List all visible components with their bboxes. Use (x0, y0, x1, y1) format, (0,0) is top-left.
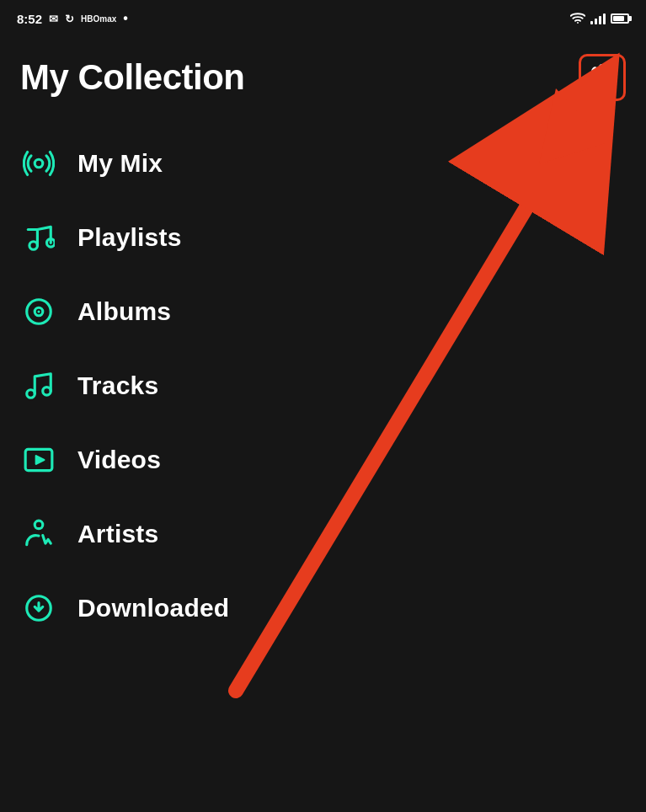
battery-icon (611, 13, 629, 24)
tracks-label: Tracks (77, 371, 158, 400)
menu-list: My Mix Playlists Albums (0, 118, 646, 654)
download-icon (20, 590, 57, 627)
status-right-icons (570, 12, 629, 26)
albums-label: Albums (77, 297, 171, 326)
menu-item-my-mix[interactable]: My Mix (0, 126, 646, 200)
videos-label: Videos (77, 446, 161, 474)
menu-item-artists[interactable]: Artists (0, 497, 646, 571)
menu-item-playlists[interactable]: Playlists (0, 200, 646, 275)
svg-point-9 (43, 387, 51, 396)
artists-label: Artists (77, 520, 158, 548)
hbomax-icon: HBOmax (81, 14, 116, 24)
menu-item-albums[interactable]: Albums (0, 275, 646, 349)
svg-point-0 (577, 22, 579, 24)
playlists-label: Playlists (77, 223, 182, 252)
wifi-icon (570, 12, 585, 26)
signal-icon (590, 13, 606, 24)
settings-button[interactable] (579, 54, 626, 101)
svg-marker-11 (36, 456, 45, 464)
sync-icon: ↻ (65, 13, 74, 25)
tracks-icon (20, 367, 57, 404)
header: My Collection (0, 37, 646, 118)
svg-point-7 (37, 310, 40, 313)
downloaded-label: Downloaded (77, 594, 229, 622)
gmail-icon: ✉ (49, 13, 58, 25)
artists-icon (20, 516, 57, 553)
svg-point-1 (35, 159, 43, 168)
status-bar: 8:52 ✉ ↻ HBOmax • (0, 0, 646, 37)
dot-indicator: • (123, 11, 128, 26)
gear-icon (589, 64, 616, 91)
my-mix-label: My Mix (77, 149, 163, 178)
page-title: My Collection (20, 57, 245, 98)
menu-item-downloaded[interactable]: Downloaded (0, 571, 646, 645)
svg-point-8 (27, 390, 35, 398)
menu-item-tracks[interactable]: Tracks (0, 349, 646, 423)
playlists-icon (20, 219, 57, 256)
menu-item-videos[interactable]: Videos (0, 423, 646, 497)
videos-icon (20, 441, 57, 478)
status-time: 8:52 ✉ ↻ HBOmax • (17, 11, 128, 26)
radio-waves-icon (20, 145, 57, 182)
albums-icon (20, 293, 57, 330)
time-display: 8:52 (17, 12, 42, 26)
